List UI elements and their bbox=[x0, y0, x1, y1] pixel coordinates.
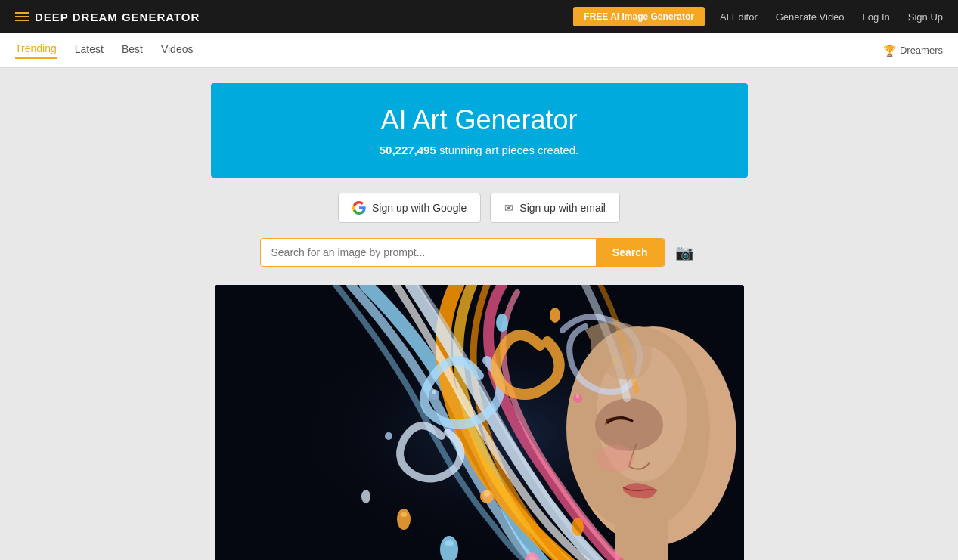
svg-point-6 bbox=[595, 398, 663, 451]
subnav: Trending Latest Best Videos 🏆 Dreamers bbox=[0, 33, 958, 68]
svg-point-17 bbox=[572, 518, 584, 536]
tab-videos[interactable]: Videos bbox=[161, 43, 194, 58]
main-content: AI Art Generator 50,227,495 stunning art… bbox=[0, 68, 958, 560]
email-icon: ✉ bbox=[504, 202, 513, 214]
search-input[interactable] bbox=[261, 239, 596, 266]
search-row: Search 📷 bbox=[260, 238, 699, 267]
svg-point-21 bbox=[484, 490, 490, 497]
hero-banner: AI Art Generator 50,227,495 stunning art… bbox=[211, 83, 748, 178]
dreamers-label: Dreamers bbox=[900, 45, 943, 56]
trophy-icon: 🏆 bbox=[883, 45, 896, 57]
hero-title: AI Art Generator bbox=[226, 104, 733, 136]
signup-google-label: Sign up with Google bbox=[372, 202, 467, 214]
camera-search-button[interactable]: 📷 bbox=[671, 239, 699, 266]
navbar-links: AI Editor Generate Video Log In Sign Up bbox=[720, 11, 943, 23]
art-svg bbox=[215, 285, 744, 560]
google-icon bbox=[352, 201, 366, 215]
brand: DEEP DREAM GENERATOR bbox=[15, 11, 558, 23]
svg-point-23 bbox=[575, 394, 579, 398]
hero-subtitle-text: stunning art pieces created. bbox=[436, 144, 578, 156]
search-input-wrap: Search bbox=[260, 238, 665, 267]
search-button[interactable]: Search bbox=[596, 239, 665, 266]
navbar: DEEP DREAM GENERATOR FREE AI Image Gener… bbox=[0, 0, 958, 33]
svg-point-16 bbox=[361, 490, 370, 503]
svg-point-19 bbox=[432, 390, 436, 394]
featured-art-image bbox=[215, 285, 744, 560]
svg-rect-4 bbox=[615, 504, 668, 560]
svg-point-14 bbox=[496, 314, 508, 332]
svg-point-7 bbox=[597, 445, 634, 472]
tab-trending[interactable]: Trending bbox=[15, 42, 57, 59]
camera-icon: 📷 bbox=[675, 243, 694, 261]
signup-email-label: Sign up with email bbox=[519, 202, 606, 214]
svg-point-9 bbox=[445, 540, 454, 546]
signup-nav-link[interactable]: Sign Up bbox=[908, 11, 943, 23]
brand-name: DEEP DREAM GENERATOR bbox=[35, 11, 200, 23]
tab-best[interactable]: Best bbox=[122, 43, 143, 58]
menu-icon[interactable] bbox=[15, 12, 29, 21]
signup-email-button[interactable]: ✉ Sign up with email bbox=[490, 193, 620, 223]
hero-count: 50,227,495 bbox=[380, 144, 436, 156]
signup-google-button[interactable]: Sign up with Google bbox=[338, 193, 481, 223]
generate-video-link[interactable]: Generate Video bbox=[776, 11, 845, 23]
signup-row: Sign up with Google ✉ Sign up with email bbox=[338, 193, 620, 223]
svg-point-10 bbox=[397, 509, 411, 530]
free-ai-generator-button[interactable]: FREE AI Image Generator bbox=[573, 7, 705, 26]
hero-subtitle: 50,227,495 stunning art pieces created. bbox=[226, 144, 733, 156]
art-image-container bbox=[215, 285, 744, 560]
tab-latest[interactable]: Latest bbox=[75, 43, 104, 58]
ai-editor-link[interactable]: AI Editor bbox=[720, 11, 758, 23]
dreamers-link[interactable]: 🏆 Dreamers bbox=[883, 45, 943, 57]
subnav-tabs: Trending Latest Best Videos bbox=[15, 42, 883, 59]
login-link[interactable]: Log In bbox=[863, 11, 890, 23]
svg-point-15 bbox=[550, 308, 560, 323]
svg-point-24 bbox=[385, 432, 392, 440]
svg-point-11 bbox=[400, 512, 407, 517]
